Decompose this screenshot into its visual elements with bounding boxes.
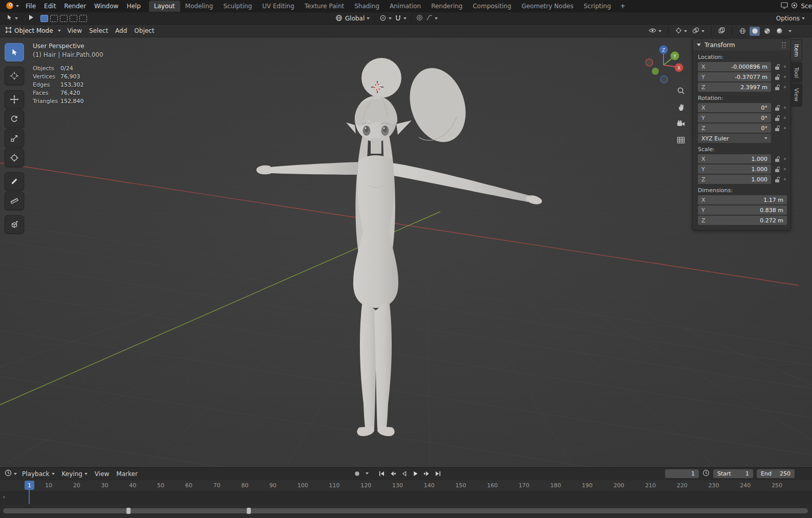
prev-keyframe-button[interactable] — [388, 469, 398, 478]
scrollbar-handle[interactable] — [126, 508, 131, 514]
start-frame-field[interactable]: Start 1 — [713, 469, 753, 478]
timeline-scrollbar[interactable] — [3, 508, 808, 513]
location-x-field[interactable]: X-0.000896 m — [698, 62, 771, 71]
editor-type-dropdown[interactable] — [3, 469, 18, 479]
blender-menu-button[interactable] — [3, 2, 22, 11]
location-y-field[interactable]: Y-0.37077 m — [698, 72, 771, 81]
menu-edit[interactable]: Edit — [40, 0, 60, 12]
tool-move[interactable] — [5, 90, 24, 109]
workspace-tab-rendering[interactable]: Rendering — [426, 1, 467, 12]
menu-keying[interactable]: Keying — [58, 468, 91, 480]
tool-cursor[interactable] — [5, 67, 24, 85]
decorator-dot[interactable] — [782, 66, 787, 68]
menu-playback[interactable]: Playback — [18, 468, 58, 480]
lock-icon[interactable] — [774, 166, 780, 173]
lock-icon[interactable] — [774, 84, 780, 91]
menu-tl-view[interactable]: View — [91, 468, 113, 480]
sidebar-tab-item[interactable]: Item — [791, 39, 802, 61]
lock-icon[interactable] — [774, 74, 780, 80]
shading-rendered-button[interactable] — [774, 27, 784, 36]
select-mode-subtract[interactable] — [60, 15, 68, 22]
menu-render[interactable]: Render — [60, 0, 90, 12]
rotation-x-field[interactable]: X0° — [698, 103, 771, 112]
select-mode-invert[interactable] — [70, 15, 77, 22]
menu-file[interactable]: File — [22, 0, 40, 12]
play-reverse-button[interactable] — [399, 469, 409, 478]
workspace-tab-uv-editing[interactable]: UV Editing — [257, 1, 300, 12]
pivot-point-dropdown[interactable] — [378, 13, 393, 24]
shading-wireframe-button[interactable] — [737, 27, 747, 36]
tool-rotate[interactable] — [5, 110, 24, 128]
dimens-z-field[interactable]: Z0.272 m — [698, 216, 787, 225]
scale-z-field[interactable]: Z1.000 — [698, 175, 771, 184]
shading-solid-button[interactable] — [750, 27, 760, 36]
sidebar-tab-view[interactable]: View — [791, 84, 802, 106]
rotation-y-field[interactable]: Y0° — [698, 113, 771, 122]
workspace-tab-layout[interactable]: Layout — [149, 1, 180, 12]
channel-expand-icon[interactable]: ‹ — [3, 492, 5, 502]
decorator-dot[interactable] — [782, 127, 787, 129]
menu-window[interactable]: Window — [90, 0, 122, 12]
tool-annotate[interactable] — [5, 172, 24, 191]
rotation-z-field[interactable]: Z0° — [698, 123, 771, 133]
end-frame-field[interactable]: End 250 — [757, 469, 795, 478]
tool-select-box[interactable] — [5, 43, 24, 61]
transform-panel-header[interactable]: Transform — [693, 39, 790, 51]
scale-x-field[interactable]: X1.000 — [698, 154, 771, 163]
next-keyframe-button[interactable] — [422, 469, 432, 478]
menu-help[interactable]: Help — [122, 0, 144, 12]
orientation-dropdown[interactable]: Global — [334, 13, 371, 24]
navigation-gizmo[interactable]: Z Y X — [643, 44, 686, 87]
tweak-mode-button[interactable] — [26, 13, 36, 24]
gizmos-dropdown[interactable] — [674, 26, 689, 36]
decorator-dot[interactable] — [782, 178, 787, 180]
camera-view-button[interactable] — [675, 117, 687, 130]
object-visibility-dropdown[interactable] — [647, 26, 663, 36]
zoom-button[interactable] — [675, 85, 687, 97]
active-tool-dropdown[interactable] — [4, 13, 19, 24]
lock-icon[interactable] — [774, 64, 780, 70]
workspace-tab-animation[interactable]: Animation — [384, 1, 426, 12]
scrollbar-handle[interactable] — [247, 508, 251, 514]
scene-selector[interactable]: Sce — [781, 2, 812, 10]
ortho-toggle-button[interactable] — [675, 134, 687, 146]
options-dropdown[interactable]: Options — [776, 12, 805, 25]
workspace-tab-scripting[interactable]: Scripting — [579, 1, 616, 12]
workspace-tab-geometry-nodes[interactable]: Geometry Nodes — [517, 1, 579, 12]
pan-hand-button[interactable] — [675, 101, 687, 113]
lock-icon[interactable] — [774, 115, 780, 121]
decorator-dot[interactable] — [782, 158, 787, 160]
xray-toggle[interactable] — [717, 26, 726, 36]
location-z-field[interactable]: Z2.3997 m — [698, 82, 771, 92]
auto-keying-button[interactable] — [352, 469, 362, 478]
workspace-tab-sculpting[interactable]: Sculpting — [218, 1, 257, 12]
lock-icon[interactable] — [774, 125, 780, 132]
tool-transform[interactable] — [5, 149, 24, 167]
menu-select[interactable]: Select — [86, 25, 112, 37]
tool-measure[interactable] — [5, 192, 24, 210]
viewport-3d[interactable]: User Perspective (1) Hair | Hair.Path.00… — [0, 37, 812, 467]
viewport-canvas[interactable] — [0, 37, 812, 467]
menu-object[interactable]: Object — [131, 25, 158, 37]
proportional-falloff-dropdown[interactable] — [424, 13, 439, 24]
decorator-dot[interactable] — [782, 168, 787, 170]
snap-dropdown[interactable] — [393, 13, 408, 24]
decorator-dot[interactable] — [782, 86, 787, 88]
decorator-dot[interactable] — [782, 76, 787, 78]
tool-scale[interactable] — [5, 129, 24, 148]
jump-to-end-button[interactable] — [433, 469, 443, 478]
lock-icon[interactable] — [774, 176, 780, 183]
sidebar-tab-tool[interactable]: Tool — [791, 63, 802, 82]
play-button[interactable] — [411, 469, 420, 478]
jump-to-start-button[interactable] — [377, 469, 387, 478]
current-frame-field[interactable]: 1 — [665, 469, 699, 478]
decorator-dot[interactable] — [782, 107, 787, 109]
select-mode-set[interactable] — [40, 15, 48, 22]
lock-icon[interactable] — [774, 156, 780, 162]
tool-add-cube[interactable] — [5, 215, 24, 234]
select-mode-extend[interactable] — [50, 15, 58, 22]
workspace-tab-modeling[interactable]: Modeling — [180, 1, 219, 12]
scale-y-field[interactable]: Y1.000 — [698, 164, 771, 174]
dimens-x-field[interactable]: X1.17 m — [698, 195, 787, 204]
decorator-dot[interactable] — [782, 117, 787, 119]
